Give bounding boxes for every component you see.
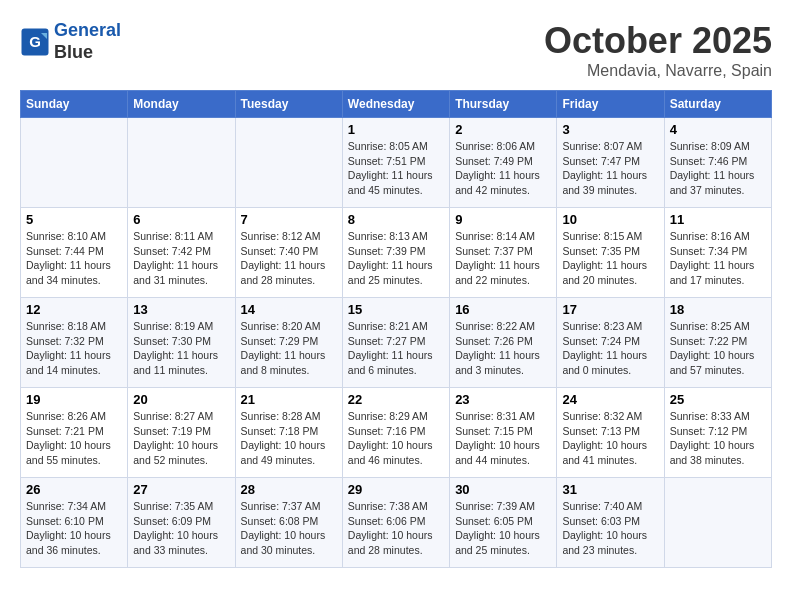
calendar-table: SundayMondayTuesdayWednesdayThursdayFrid…	[20, 90, 772, 568]
calendar-cell: 10Sunrise: 8:15 AM Sunset: 7:35 PM Dayli…	[557, 208, 664, 298]
day-info: Sunrise: 8:11 AM Sunset: 7:42 PM Dayligh…	[133, 229, 229, 288]
logo-general: General	[54, 20, 121, 40]
day-number: 19	[26, 392, 122, 407]
logo-text: General Blue	[54, 20, 121, 63]
day-info: Sunrise: 8:05 AM Sunset: 7:51 PM Dayligh…	[348, 139, 444, 198]
calendar-cell: 14Sunrise: 8:20 AM Sunset: 7:29 PM Dayli…	[235, 298, 342, 388]
day-info: Sunrise: 7:40 AM Sunset: 6:03 PM Dayligh…	[562, 499, 658, 558]
day-number: 25	[670, 392, 766, 407]
day-info: Sunrise: 8:10 AM Sunset: 7:44 PM Dayligh…	[26, 229, 122, 288]
calendar-cell: 9Sunrise: 8:14 AM Sunset: 7:37 PM Daylig…	[450, 208, 557, 298]
calendar-cell	[128, 118, 235, 208]
day-number: 4	[670, 122, 766, 137]
calendar-cell: 13Sunrise: 8:19 AM Sunset: 7:30 PM Dayli…	[128, 298, 235, 388]
calendar-cell: 22Sunrise: 8:29 AM Sunset: 7:16 PM Dayli…	[342, 388, 449, 478]
day-info: Sunrise: 8:09 AM Sunset: 7:46 PM Dayligh…	[670, 139, 766, 198]
weekday-header-saturday: Saturday	[664, 91, 771, 118]
calendar-cell: 29Sunrise: 7:38 AM Sunset: 6:06 PM Dayli…	[342, 478, 449, 568]
day-number: 14	[241, 302, 337, 317]
weekday-header-monday: Monday	[128, 91, 235, 118]
day-info: Sunrise: 7:39 AM Sunset: 6:05 PM Dayligh…	[455, 499, 551, 558]
day-info: Sunrise: 7:34 AM Sunset: 6:10 PM Dayligh…	[26, 499, 122, 558]
calendar-cell: 3Sunrise: 8:07 AM Sunset: 7:47 PM Daylig…	[557, 118, 664, 208]
day-number: 7	[241, 212, 337, 227]
day-number: 26	[26, 482, 122, 497]
calendar-cell: 24Sunrise: 8:32 AM Sunset: 7:13 PM Dayli…	[557, 388, 664, 478]
calendar-cell: 7Sunrise: 8:12 AM Sunset: 7:40 PM Daylig…	[235, 208, 342, 298]
calendar-cell: 1Sunrise: 8:05 AM Sunset: 7:51 PM Daylig…	[342, 118, 449, 208]
day-number: 30	[455, 482, 551, 497]
day-info: Sunrise: 8:26 AM Sunset: 7:21 PM Dayligh…	[26, 409, 122, 468]
calendar-cell: 25Sunrise: 8:33 AM Sunset: 7:12 PM Dayli…	[664, 388, 771, 478]
day-number: 21	[241, 392, 337, 407]
calendar-cell	[664, 478, 771, 568]
calendar-week-row: 12Sunrise: 8:18 AM Sunset: 7:32 PM Dayli…	[21, 298, 772, 388]
day-number: 12	[26, 302, 122, 317]
day-number: 16	[455, 302, 551, 317]
calendar-cell: 5Sunrise: 8:10 AM Sunset: 7:44 PM Daylig…	[21, 208, 128, 298]
day-info: Sunrise: 8:28 AM Sunset: 7:18 PM Dayligh…	[241, 409, 337, 468]
calendar-week-row: 26Sunrise: 7:34 AM Sunset: 6:10 PM Dayli…	[21, 478, 772, 568]
day-info: Sunrise: 8:20 AM Sunset: 7:29 PM Dayligh…	[241, 319, 337, 378]
day-number: 29	[348, 482, 444, 497]
day-number: 27	[133, 482, 229, 497]
day-number: 5	[26, 212, 122, 227]
calendar-cell	[21, 118, 128, 208]
page-header: G General Blue October 2025 Mendavia, Na…	[20, 20, 772, 80]
title-block: October 2025 Mendavia, Navarre, Spain	[544, 20, 772, 80]
day-info: Sunrise: 8:29 AM Sunset: 7:16 PM Dayligh…	[348, 409, 444, 468]
calendar-cell: 18Sunrise: 8:25 AM Sunset: 7:22 PM Dayli…	[664, 298, 771, 388]
calendar-cell: 31Sunrise: 7:40 AM Sunset: 6:03 PM Dayli…	[557, 478, 664, 568]
day-info: Sunrise: 8:07 AM Sunset: 7:47 PM Dayligh…	[562, 139, 658, 198]
day-number: 9	[455, 212, 551, 227]
calendar-cell: 17Sunrise: 8:23 AM Sunset: 7:24 PM Dayli…	[557, 298, 664, 388]
day-info: Sunrise: 8:18 AM Sunset: 7:32 PM Dayligh…	[26, 319, 122, 378]
day-info: Sunrise: 8:23 AM Sunset: 7:24 PM Dayligh…	[562, 319, 658, 378]
day-number: 28	[241, 482, 337, 497]
weekday-header-sunday: Sunday	[21, 91, 128, 118]
weekday-header-friday: Friday	[557, 91, 664, 118]
logo-icon: G	[20, 27, 50, 57]
logo: G General Blue	[20, 20, 121, 63]
day-number: 24	[562, 392, 658, 407]
day-info: Sunrise: 8:21 AM Sunset: 7:27 PM Dayligh…	[348, 319, 444, 378]
day-number: 6	[133, 212, 229, 227]
weekday-header-thursday: Thursday	[450, 91, 557, 118]
location: Mendavia, Navarre, Spain	[544, 62, 772, 80]
day-number: 13	[133, 302, 229, 317]
calendar-cell: 27Sunrise: 7:35 AM Sunset: 6:09 PM Dayli…	[128, 478, 235, 568]
calendar-cell: 26Sunrise: 7:34 AM Sunset: 6:10 PM Dayli…	[21, 478, 128, 568]
calendar-cell	[235, 118, 342, 208]
calendar-cell: 19Sunrise: 8:26 AM Sunset: 7:21 PM Dayli…	[21, 388, 128, 478]
day-info: Sunrise: 8:33 AM Sunset: 7:12 PM Dayligh…	[670, 409, 766, 468]
calendar-cell: 23Sunrise: 8:31 AM Sunset: 7:15 PM Dayli…	[450, 388, 557, 478]
weekday-header-tuesday: Tuesday	[235, 91, 342, 118]
weekday-header-wednesday: Wednesday	[342, 91, 449, 118]
logo-blue-text: Blue	[54, 42, 93, 62]
day-info: Sunrise: 7:37 AM Sunset: 6:08 PM Dayligh…	[241, 499, 337, 558]
day-info: Sunrise: 8:06 AM Sunset: 7:49 PM Dayligh…	[455, 139, 551, 198]
day-info: Sunrise: 8:31 AM Sunset: 7:15 PM Dayligh…	[455, 409, 551, 468]
day-info: Sunrise: 8:25 AM Sunset: 7:22 PM Dayligh…	[670, 319, 766, 378]
calendar-cell: 16Sunrise: 8:22 AM Sunset: 7:26 PM Dayli…	[450, 298, 557, 388]
calendar-cell: 4Sunrise: 8:09 AM Sunset: 7:46 PM Daylig…	[664, 118, 771, 208]
calendar-cell: 8Sunrise: 8:13 AM Sunset: 7:39 PM Daylig…	[342, 208, 449, 298]
calendar-cell: 21Sunrise: 8:28 AM Sunset: 7:18 PM Dayli…	[235, 388, 342, 478]
month-title: October 2025	[544, 20, 772, 62]
day-number: 2	[455, 122, 551, 137]
day-info: Sunrise: 8:19 AM Sunset: 7:30 PM Dayligh…	[133, 319, 229, 378]
day-number: 22	[348, 392, 444, 407]
calendar-cell: 30Sunrise: 7:39 AM Sunset: 6:05 PM Dayli…	[450, 478, 557, 568]
day-info: Sunrise: 8:27 AM Sunset: 7:19 PM Dayligh…	[133, 409, 229, 468]
day-number: 31	[562, 482, 658, 497]
calendar-cell: 2Sunrise: 8:06 AM Sunset: 7:49 PM Daylig…	[450, 118, 557, 208]
calendar-week-row: 5Sunrise: 8:10 AM Sunset: 7:44 PM Daylig…	[21, 208, 772, 298]
day-number: 10	[562, 212, 658, 227]
calendar-cell: 28Sunrise: 7:37 AM Sunset: 6:08 PM Dayli…	[235, 478, 342, 568]
calendar-week-row: 19Sunrise: 8:26 AM Sunset: 7:21 PM Dayli…	[21, 388, 772, 478]
day-info: Sunrise: 8:13 AM Sunset: 7:39 PM Dayligh…	[348, 229, 444, 288]
weekday-header-row: SundayMondayTuesdayWednesdayThursdayFrid…	[21, 91, 772, 118]
day-info: Sunrise: 8:16 AM Sunset: 7:34 PM Dayligh…	[670, 229, 766, 288]
calendar-cell: 11Sunrise: 8:16 AM Sunset: 7:34 PM Dayli…	[664, 208, 771, 298]
day-number: 3	[562, 122, 658, 137]
